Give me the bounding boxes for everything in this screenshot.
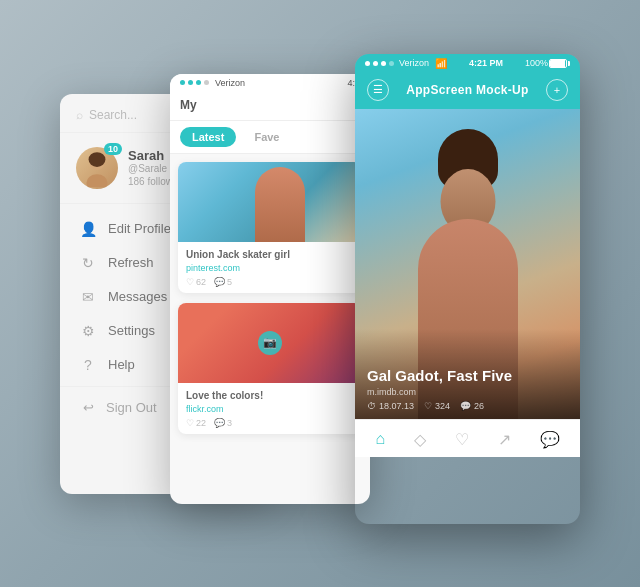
edit-profile-label: Edit Profile [108,221,171,236]
detail-topbar: ☰ AppScreen Mock-Up + [355,73,580,109]
feed-card-2-stats: ♡ 22 💬 3 [186,418,354,428]
feed-card-2-image: 📷 [178,303,362,383]
signal-3 [381,61,386,66]
search-placeholder: Search... [89,108,137,122]
wifi-icon: 📶 [435,58,447,69]
battery-bar [549,59,567,68]
signal-1 [365,61,370,66]
detail-time: 4:21 PM [469,58,503,68]
signal-2 [373,61,378,66]
detail-comments: 💬 26 [460,401,484,411]
like-count: 62 [196,277,206,287]
feed-card-2-source: flickr.com [186,404,354,414]
comment-count: 5 [227,277,232,287]
avatar-wrap: 10 [76,147,118,189]
feed-card-1[interactable]: Union Jack skater girl pinterest.com ♡ 6… [178,162,362,293]
bottom-like-button[interactable]: ♡ [455,430,469,449]
bottom-comment-button[interactable]: 💬 [540,430,560,449]
carrier-name: Verizon [215,78,245,88]
feed-card-2-title: Love the colors! [186,389,354,402]
feed-card-2-comments: 💬 3 [214,418,232,428]
detail-date: ⏱ 18.07.13 [367,401,414,411]
tab-fave-label: Fave [254,131,279,143]
battery-percent: 100% [525,58,548,68]
profile-info: Sarah @Sarale 186 follow [128,148,173,187]
feed-card-1-title: Union Jack skater girl [186,248,354,261]
feed-items: Union Jack skater girl pinterest.com ♡ 6… [170,154,370,442]
feed-tabs: Latest Fave [170,121,370,154]
tab-latest-label: Latest [192,131,224,143]
detail-statusbar: Verizon 📶 4:21 PM 100% [355,54,580,73]
detail-carrier: Verizon [399,58,429,68]
battery-tip [568,61,570,66]
comment-icon-2: 💬 [214,418,225,428]
notification-badge: 10 [104,143,122,155]
feed-card-1-likes: ♡ 62 [186,277,206,287]
signal-dot-2 [188,80,193,85]
detail-signal: Verizon 📶 [365,58,447,69]
detail-overlay: Gal Gadot, Fast Five m.imdb.com ⏱ 18.07.… [355,329,580,419]
like-icon: ♡ [186,277,194,287]
profile-handle: @Sarale [128,163,173,174]
comment-icon-detail: 💬 [460,401,471,411]
signout-label: Sign Out [106,400,157,415]
edit-profile-icon: 👤 [80,221,96,237]
feed-statusbar: Verizon 4:2 [170,74,370,92]
bottom-home-button[interactable]: ⌂ [375,430,385,448]
tab-fave[interactable]: Fave [242,127,291,147]
svg-point-1 [86,174,107,187]
comment-count-2: 3 [227,418,232,428]
feed-card-1-source: pinterest.com [186,263,354,273]
feed-card-2-likes: ♡ 22 [186,418,206,428]
battery-indicator: 100% [525,58,570,68]
signout-icon: ↩ [80,400,96,415]
date-value: 18.07.13 [379,401,414,411]
screens-container: ⌕ Search... 10 Sarah @Sara [60,54,580,534]
bottom-share-button[interactable]: ↗ [498,430,511,449]
clock-icon: ⏱ [367,401,376,411]
search-icon: ⌕ [76,108,83,122]
signal-indicators: Verizon [180,78,245,88]
settings-label: Settings [108,323,155,338]
svg-point-2 [89,152,106,167]
help-label: Help [108,357,135,372]
like-count-2: 22 [196,418,206,428]
feed-card-1-stats: ♡ 62 💬 5 [186,277,354,287]
messages-label: Messages [108,289,167,304]
likes-count: 324 [435,401,450,411]
messages-icon: ✉ [80,289,96,305]
refresh-icon: ↻ [80,255,96,271]
help-icon: ? [80,357,96,373]
tab-latest[interactable]: Latest [180,127,236,147]
profile-name: Sarah [128,148,173,163]
signal-dot-3 [196,80,201,85]
detail-hero-stats: ⏱ 18.07.13 ♡ 324 💬 26 [367,401,568,411]
signal-dot-1 [180,80,185,85]
screen-feed: Verizon 4:2 My Latest Fave Union Jack sk… [170,74,370,504]
screen-detail: Verizon 📶 4:21 PM 100% ☰ AppScreen Mock-… [355,54,580,524]
settings-icon: ⚙ [80,323,96,339]
detail-bottombar: ⌂ ◇ ♡ ↗ 💬 [355,419,580,457]
detail-hero: Gal Gadot, Fast Five m.imdb.com ⏱ 18.07.… [355,109,580,419]
detail-likes: ♡ 324 [424,401,450,411]
detail-topbar-title: AppScreen Mock-Up [406,83,528,97]
feed-card-2-body: Love the colors! flickr.com ♡ 22 💬 3 [178,383,362,434]
detail-hero-title: Gal Gadot, Fast Five [367,367,568,385]
like-icon-detail: ♡ [424,401,432,411]
refresh-label: Refresh [108,255,154,270]
feed-card-2[interactable]: 📷 Love the colors! flickr.com ♡ 22 💬 3 [178,303,362,434]
feed-title: My [180,98,197,112]
feed-header: My [170,92,370,121]
add-button[interactable]: + [546,79,568,101]
signal-4 [389,61,394,66]
like-icon-2: ♡ [186,418,194,428]
profile-followers: 186 follow [128,176,173,187]
feed-card-1-body: Union Jack skater girl pinterest.com ♡ 6… [178,242,362,293]
comments-count: 26 [474,401,484,411]
menu-open-button[interactable]: ☰ [367,79,389,101]
bottom-tag-button[interactable]: ◇ [414,430,426,449]
signal-dot-4 [204,80,209,85]
feed-card-1-comments: 💬 5 [214,277,232,287]
feed-card-1-image [178,162,362,242]
comment-icon: 💬 [214,277,225,287]
